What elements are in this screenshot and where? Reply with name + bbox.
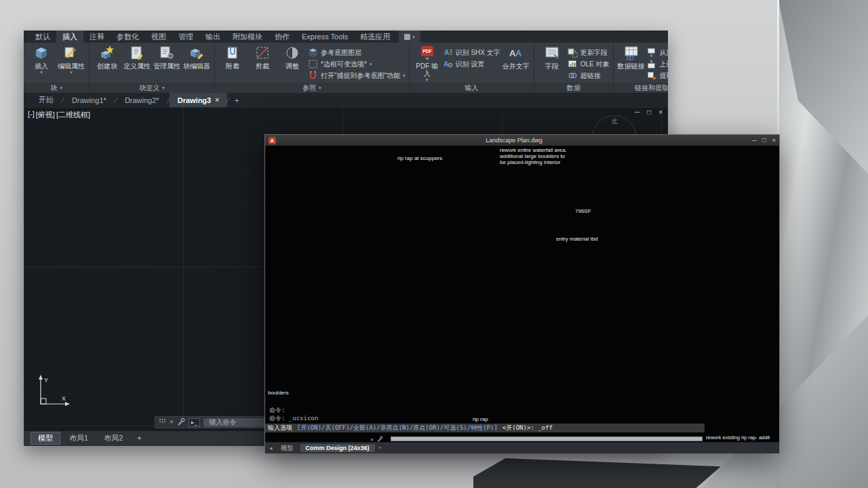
file-tab-bar: 开始 / Drawing1* / Drawing2* / Drawing3× /… [24,93,668,107]
float-new-layout-button[interactable]: + [376,445,384,451]
file-tab-start[interactable]: 开始 [31,93,62,107]
panel-label-block-definition[interactable]: 块定义▾ [90,83,214,93]
landscape-plan-canvas[interactable]: rip rap at scuppers rework entire waterf… [265,146,779,442]
ribbon-tab-manage[interactable]: 管理 [172,30,199,43]
panel-label-link-extract[interactable]: 链接和提取 [614,83,668,93]
block-editor-button[interactable]: 块编辑器 [182,45,211,83]
panel-label-block[interactable]: 块▾ [24,83,89,93]
ribbon-tab-parametric[interactable]: 参数化 [111,30,145,43]
clip-label: 剪裁 [256,62,269,70]
insert-block-button[interactable]: 插入 ▾ [27,45,56,83]
grip-dots-icon[interactable] [159,418,166,427]
ribbon-display-toggle[interactable]: ▾ [399,30,420,43]
close-command-icon[interactable]: × [170,419,174,426]
panel-reference: 附着 剪裁 调整 参考底图图层 [215,43,410,93]
float-layout-tab-model[interactable]: 模型 [276,443,299,453]
create-block-button[interactable]: 创建块 [93,45,121,83]
underlay-layers-button[interactable]: 参考底图图层 [308,47,406,58]
manage-attribute-button[interactable]: 管理属性 [153,45,181,83]
annotation-rip-rap-scuppers: rip rap at scuppers [397,155,442,161]
file-tab-drawing3[interactable]: Drawing3× [170,93,227,107]
extract-data-button[interactable]: 提取数据 [647,70,668,81]
viewport-style-control[interactable]: [二维线框] [56,110,90,120]
hyperlink-label: 超链接 [580,71,601,81]
upload-to-source-label: 上载到源 [660,60,668,69]
recognition-settings-button[interactable]: A 识别 设置 [443,59,500,69]
float-layout-tab-comm-design[interactable]: Comm Design (24x36) [300,444,375,452]
edit-attribute-button[interactable]: 编辑属性 ▾ [57,45,85,83]
field-label: 字段 [545,62,559,70]
viewport-view-control[interactable]: [俯视] [36,110,55,120]
define-attribute-button[interactable]: 定义属性 [123,45,151,83]
ribbon-tab-annotate[interactable]: 注释 [83,30,111,43]
hyperlink-button[interactable]: 超链接 [568,70,610,81]
recognition-settings-icon: A [443,59,453,69]
command-prompt-chip[interactable]: ▸_ [189,418,201,427]
clip-button[interactable]: 剪裁 [248,45,277,83]
annotation-boulders: boulders [268,390,289,396]
ucs-icon: Y X [35,370,74,409]
data-link-button[interactable]: 数据链接 [617,45,646,83]
command-options[interactable]: [开(ON)/关(OFF)/全部(A)/非原点(N)/原点(OR)/可选(S)/… [297,424,498,432]
block-editor-label: 块编辑器 [183,62,210,70]
ribbon-tab-addins[interactable]: 附加模块 [226,30,269,43]
panel-label-import[interactable]: 输入 [410,83,534,93]
ribbon-tab-collaborate[interactable]: 协作 [269,30,296,43]
annotation-entry-material: entry material tbd [556,236,598,242]
float-close-icon[interactable]: × [772,137,776,144]
command-placeholder: 键入命令 [209,418,236,427]
ribbon-tab-home[interactable]: 默认 [29,30,56,43]
file-tab-drawing1[interactable]: Drawing1* [64,93,115,107]
file-tab-drawing2[interactable]: Drawing2* [117,93,167,107]
layout-tab-model[interactable]: 模型 [31,432,60,445]
snap-to-underlay-button[interactable]: 打开"捕捉到参考底图"功能 ▾ [308,70,406,81]
layout-tab-layout1[interactable]: 布局1 [62,432,95,444]
panel-label-reference[interactable]: 参照▾ [215,83,409,93]
adjust-button[interactable]: 调整 [278,45,307,83]
new-drawing-tab-button[interactable]: + [229,93,244,107]
customize-wrench-icon[interactable] [177,418,185,427]
ribbon-tab-insert[interactable]: 插入 [56,30,83,43]
ribbon-tab-express[interactable]: Express Tools [296,30,354,43]
pdf-import-button[interactable]: PDF PDF 输入 ▾ [413,45,441,83]
horizontal-scrollbar[interactable] [391,436,703,441]
ole-object-button[interactable]: OLE 对象 [568,59,610,69]
ucs-x-label: X [62,395,66,402]
attach-button[interactable]: 附着 [218,45,247,83]
layout-scroll-left-icon[interactable]: ◂ [267,445,275,451]
adjust-label: 调整 [285,62,299,70]
chevron-down-icon: ▾ [60,85,62,90]
float-maximize-icon[interactable]: □ [762,137,766,144]
upload-to-source-button[interactable]: 上载到源 [647,59,668,69]
panel-block: 插入 ▾ 编辑属性 ▾ 块▾ [24,43,90,93]
ribbon-tab-featured[interactable]: 精选应用 [354,30,396,43]
new-layout-button[interactable]: + [132,433,146,443]
data-link-icon [623,45,639,61]
recognize-shx-button[interactable]: A 识别 SHX 文字 [443,47,500,58]
manage-attribute-label: 管理属性 [153,62,180,70]
ribbon-tab-bar: 默认 插入 注释 参数化 视图 管理 输出 附加模块 协作 Express To… [24,30,668,43]
float-minimize-icon[interactable]: ─ [752,137,756,144]
float-command-line[interactable]: 输入选项 [开(ON)/关(OFF)/全部(A)/非原点(N)/原点(OR)/可… [265,424,705,432]
frame-options-button[interactable]: *边框可变选项* ▾ [308,59,406,69]
update-field-button[interactable]: 更新字段 [568,47,610,58]
doc-restore-icon[interactable]: □ [647,108,651,116]
doc-close-icon[interactable]: × [658,108,663,116]
layout-tab-layout2[interactable]: 布局2 [97,432,130,444]
viewport-menu-control[interactable]: [-] [28,110,35,120]
palette-wrench-icon[interactable] [377,436,383,442]
close-tab-icon[interactable]: × [215,96,219,104]
ribbon-tab-output[interactable]: 输出 [199,30,226,43]
annotation-rework-existing: rework existing rip rap- addit [706,434,770,441]
float-title-bar[interactable]: A Landscape Plan.dwg ─ □ × [265,135,779,146]
palette-close-icon[interactable]: × [370,436,374,442]
field-button[interactable]: 字段 [538,45,566,83]
download-from-source-button[interactable]: 从源下载 [647,47,668,58]
combine-text-button[interactable]: AA 合并文字 [502,45,530,83]
panel-label-data[interactable]: 数据 [534,83,613,93]
ribbon-tab-view[interactable]: 视图 [145,30,172,43]
download-from-source-label: 从源下载 [660,48,668,58]
command-prefix: 输入选项 [268,424,292,432]
doc-minimize-icon[interactable]: ─ [635,108,639,116]
landscape-plan-drawing [265,146,779,442]
